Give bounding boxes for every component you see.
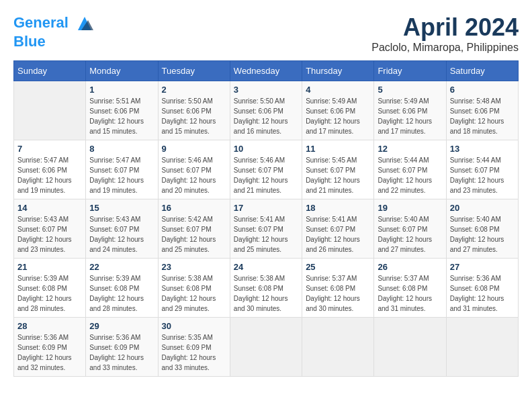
- calendar-cell: [230, 318, 302, 377]
- calendar-cell: 14Sunrise: 5:43 AM Sunset: 6:07 PM Dayli…: [14, 199, 86, 259]
- calendar-cell: 9Sunrise: 5:46 AM Sunset: 6:07 PM Daylig…: [158, 140, 230, 199]
- calendar-cell: 8Sunrise: 5:47 AM Sunset: 6:07 PM Daylig…: [86, 140, 158, 199]
- calendar-cell: 17Sunrise: 5:41 AM Sunset: 6:07 PM Dayli…: [230, 199, 302, 259]
- day-info: Sunrise: 5:44 AM Sunset: 6:07 PM Dayligh…: [378, 155, 442, 195]
- calendar-cell: 4Sunrise: 5:49 AM Sunset: 6:06 PM Daylig…: [302, 81, 374, 140]
- day-info: Sunrise: 5:49 AM Sunset: 6:06 PM Dayligh…: [306, 96, 370, 136]
- day-info: Sunrise: 5:39 AM Sunset: 6:08 PM Dayligh…: [17, 273, 82, 314]
- calendar-cell: 13Sunrise: 5:44 AM Sunset: 6:07 PM Dayli…: [446, 140, 518, 199]
- day-info: Sunrise: 5:47 AM Sunset: 6:07 PM Dayligh…: [89, 155, 154, 195]
- calendar-cell: 16Sunrise: 5:42 AM Sunset: 6:07 PM Dayli…: [158, 199, 230, 259]
- day-info: Sunrise: 5:50 AM Sunset: 6:06 PM Dayligh…: [162, 96, 226, 136]
- day-info: Sunrise: 5:46 AM Sunset: 6:07 PM Dayligh…: [234, 155, 298, 195]
- day-info: Sunrise: 5:48 AM Sunset: 6:06 PM Dayligh…: [450, 96, 515, 136]
- day-info: Sunrise: 5:38 AM Sunset: 6:08 PM Dayligh…: [162, 273, 226, 314]
- calendar-cell: 2Sunrise: 5:50 AM Sunset: 6:06 PM Daylig…: [158, 81, 230, 140]
- day-info: Sunrise: 5:37 AM Sunset: 6:08 PM Dayligh…: [378, 273, 442, 314]
- calendar-cell: 22Sunrise: 5:39 AM Sunset: 6:08 PM Dayli…: [86, 259, 158, 318]
- calendar-week-row: 28Sunrise: 5:36 AM Sunset: 6:09 PM Dayli…: [14, 318, 519, 377]
- calendar-cell: 6Sunrise: 5:48 AM Sunset: 6:06 PM Daylig…: [446, 81, 518, 140]
- weekday-header-thursday: Thursday: [302, 61, 374, 81]
- day-info: Sunrise: 5:42 AM Sunset: 6:07 PM Dayligh…: [162, 214, 226, 255]
- weekday-header-wednesday: Wednesday: [230, 61, 302, 81]
- day-info: Sunrise: 5:36 AM Sunset: 6:08 PM Dayligh…: [450, 273, 515, 314]
- calendar-week-row: 14Sunrise: 5:43 AM Sunset: 6:07 PM Dayli…: [14, 199, 519, 259]
- weekday-header-sunday: Sunday: [14, 61, 86, 81]
- calendar-cell: 19Sunrise: 5:40 AM Sunset: 6:07 PM Dayli…: [374, 199, 446, 259]
- day-number: 30: [162, 321, 226, 331]
- weekday-header-saturday: Saturday: [446, 61, 518, 81]
- day-number: 5: [378, 85, 442, 95]
- day-info: Sunrise: 5:47 AM Sunset: 6:06 PM Dayligh…: [17, 155, 82, 195]
- day-number: 21: [17, 262, 82, 272]
- day-number: 8: [89, 144, 154, 154]
- day-number: 12: [378, 144, 442, 154]
- calendar-cell: [374, 318, 446, 377]
- day-number: 4: [306, 85, 370, 95]
- day-info: Sunrise: 5:41 AM Sunset: 6:07 PM Dayligh…: [234, 214, 298, 255]
- calendar-cell: 10Sunrise: 5:46 AM Sunset: 6:07 PM Dayli…: [230, 140, 302, 199]
- day-number: 1: [89, 85, 154, 95]
- day-number: 29: [89, 321, 154, 331]
- calendar-table: SundayMondayTuesdayWednesdayThursdayFrid…: [13, 60, 519, 377]
- day-number: 26: [378, 262, 442, 272]
- day-info: Sunrise: 5:43 AM Sunset: 6:07 PM Dayligh…: [17, 214, 82, 255]
- logo-text: General: [13, 13, 95, 34]
- calendar-cell: [446, 318, 518, 377]
- day-info: Sunrise: 5:45 AM Sunset: 6:07 PM Dayligh…: [306, 155, 370, 195]
- day-number: 3: [234, 85, 298, 95]
- day-number: 28: [17, 321, 82, 331]
- calendar-cell: 20Sunrise: 5:40 AM Sunset: 6:08 PM Dayli…: [446, 199, 518, 259]
- logo-blue: Blue: [13, 34, 95, 50]
- calendar-week-row: 7Sunrise: 5:47 AM Sunset: 6:06 PM Daylig…: [14, 140, 519, 199]
- day-number: 14: [17, 203, 82, 213]
- logo-general: General: [13, 14, 69, 31]
- weekday-header-friday: Friday: [374, 61, 446, 81]
- day-info: Sunrise: 5:37 AM Sunset: 6:08 PM Dayligh…: [306, 273, 370, 314]
- calendar-cell: 21Sunrise: 5:39 AM Sunset: 6:08 PM Dayli…: [14, 259, 86, 318]
- logo-icon: [75, 13, 95, 34]
- location-title: Paclolo, Mimaropa, Philippines: [371, 42, 519, 54]
- day-number: 15: [89, 203, 154, 213]
- calendar-cell: 26Sunrise: 5:37 AM Sunset: 6:08 PM Dayli…: [374, 259, 446, 318]
- calendar-cell: 30Sunrise: 5:35 AM Sunset: 6:09 PM Dayli…: [158, 318, 230, 377]
- calendar-cell: 18Sunrise: 5:41 AM Sunset: 6:07 PM Dayli…: [302, 199, 374, 259]
- day-number: 10: [234, 144, 298, 154]
- day-info: Sunrise: 5:40 AM Sunset: 6:08 PM Dayligh…: [450, 214, 515, 255]
- calendar-cell: 27Sunrise: 5:36 AM Sunset: 6:08 PM Dayli…: [446, 259, 518, 318]
- calendar-cell: 7Sunrise: 5:47 AM Sunset: 6:06 PM Daylig…: [14, 140, 86, 199]
- weekday-header-monday: Monday: [86, 61, 158, 81]
- calendar-cell: 23Sunrise: 5:38 AM Sunset: 6:08 PM Dayli…: [158, 259, 230, 318]
- day-info: Sunrise: 5:41 AM Sunset: 6:07 PM Dayligh…: [306, 214, 370, 255]
- logo: General Blue: [13, 13, 95, 50]
- day-number: 9: [162, 144, 226, 154]
- page-header: General Blue April 2024 Paclolo, Mimarop…: [13, 13, 519, 54]
- day-number: 2: [162, 85, 226, 95]
- calendar-cell: [14, 81, 86, 140]
- day-info: Sunrise: 5:39 AM Sunset: 6:08 PM Dayligh…: [89, 273, 154, 314]
- weekday-header-tuesday: Tuesday: [158, 61, 230, 81]
- day-number: 22: [89, 262, 154, 272]
- calendar-cell: 11Sunrise: 5:45 AM Sunset: 6:07 PM Dayli…: [302, 140, 374, 199]
- day-info: Sunrise: 5:36 AM Sunset: 6:09 PM Dayligh…: [89, 332, 154, 373]
- day-number: 27: [450, 262, 515, 272]
- day-info: Sunrise: 5:36 AM Sunset: 6:09 PM Dayligh…: [17, 332, 82, 373]
- calendar-week-row: 1Sunrise: 5:51 AM Sunset: 6:06 PM Daylig…: [14, 81, 519, 140]
- day-info: Sunrise: 5:35 AM Sunset: 6:09 PM Dayligh…: [162, 332, 226, 373]
- calendar-cell: [302, 318, 374, 377]
- day-number: 18: [306, 203, 370, 213]
- calendar-cell: 29Sunrise: 5:36 AM Sunset: 6:09 PM Dayli…: [86, 318, 158, 377]
- day-number: 13: [450, 144, 515, 154]
- day-number: 6: [450, 85, 515, 95]
- day-info: Sunrise: 5:49 AM Sunset: 6:06 PM Dayligh…: [378, 96, 442, 136]
- day-number: 20: [450, 203, 515, 213]
- day-number: 11: [306, 144, 370, 154]
- day-info: Sunrise: 5:40 AM Sunset: 6:07 PM Dayligh…: [378, 214, 442, 255]
- day-number: 19: [378, 203, 442, 213]
- day-number: 7: [17, 144, 82, 154]
- calendar-cell: 12Sunrise: 5:44 AM Sunset: 6:07 PM Dayli…: [374, 140, 446, 199]
- calendar-cell: 15Sunrise: 5:43 AM Sunset: 6:07 PM Dayli…: [86, 199, 158, 259]
- day-info: Sunrise: 5:44 AM Sunset: 6:07 PM Dayligh…: [450, 155, 515, 195]
- day-number: 23: [162, 262, 226, 272]
- calendar-cell: 5Sunrise: 5:49 AM Sunset: 6:06 PM Daylig…: [374, 81, 446, 140]
